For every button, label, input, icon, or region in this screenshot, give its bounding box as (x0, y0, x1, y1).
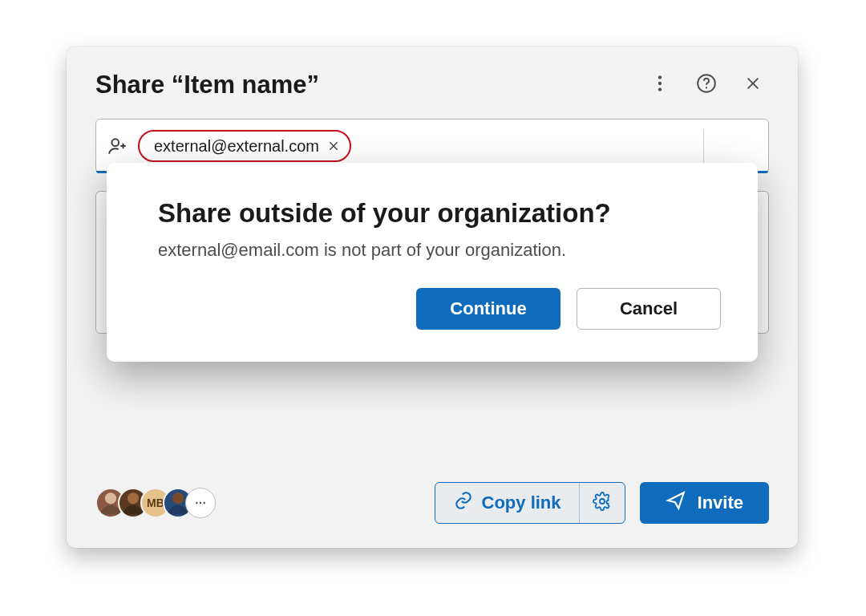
recipient-chip[interactable]: external@external.com (138, 130, 351, 162)
dialog-title: Share “Item name” (95, 71, 644, 99)
field-divider (703, 129, 704, 163)
invite-label: Invite (698, 492, 743, 513)
send-icon (666, 490, 686, 516)
help-icon (696, 73, 717, 97)
svg-point-7 (105, 492, 116, 504)
cancel-label: Cancel (620, 298, 678, 319)
confirm-actions: Continue Cancel (158, 288, 721, 330)
gear-icon (593, 492, 612, 514)
close-icon (744, 75, 762, 95)
chip-remove-icon[interactable] (327, 140, 340, 152)
copy-link-button[interactable]: Copy link (435, 483, 579, 523)
shared-with-avatars[interactable]: MB ⋯ (95, 488, 216, 518)
dialog-header: Share “Item name” (95, 69, 769, 101)
more-options-button[interactable] (644, 69, 676, 101)
confirm-body: external@email.com is not part of your o… (158, 240, 721, 261)
svg-point-9 (172, 492, 184, 504)
more-horizontal-icon: ⋯ (195, 496, 206, 509)
svg-point-8 (127, 492, 139, 504)
help-button[interactable] (690, 69, 722, 101)
recipient-chip-label: external@external.com (154, 137, 319, 156)
confirm-title: Share outside of your organization? (158, 198, 721, 229)
continue-label: Continue (450, 298, 526, 319)
avatar-initials-text: MB (147, 496, 164, 509)
close-button[interactable] (737, 69, 769, 101)
svg-point-0 (658, 75, 662, 79)
more-vertical-icon (650, 73, 670, 97)
confirm-external-share-dialog: Share outside of your organization? exte… (107, 163, 758, 362)
person-add-icon (107, 136, 128, 156)
invite-button[interactable]: Invite (640, 482, 769, 524)
copy-link-group: Copy link (435, 482, 625, 524)
svg-point-5 (111, 139, 119, 146)
recipient-left: external@external.com (107, 130, 757, 162)
continue-button[interactable]: Continue (416, 288, 560, 330)
dialog-footer: MB ⋯ Copy link (95, 482, 769, 524)
copy-link-label: Copy link (482, 492, 561, 513)
link-icon (453, 490, 474, 516)
avatar-overflow-button[interactable]: ⋯ (185, 488, 216, 518)
svg-point-10 (600, 499, 605, 504)
svg-point-1 (658, 82, 662, 85)
header-actions (644, 69, 769, 101)
svg-point-2 (658, 87, 662, 91)
svg-point-4 (706, 87, 707, 88)
link-settings-button[interactable] (580, 483, 625, 523)
cancel-button[interactable]: Cancel (577, 288, 721, 330)
